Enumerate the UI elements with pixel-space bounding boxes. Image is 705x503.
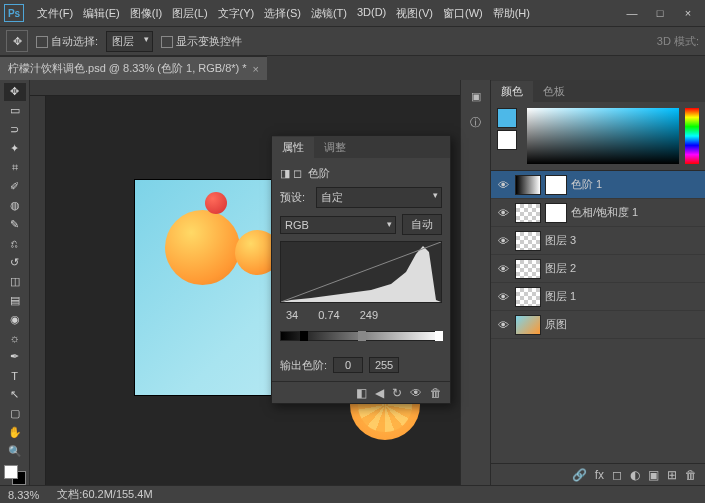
zoom-readout[interactable]: 8.33% bbox=[8, 489, 39, 501]
output-low-input[interactable] bbox=[333, 357, 363, 373]
new-layer-icon[interactable]: ⊞ bbox=[667, 468, 677, 482]
layer-row[interactable]: 👁图层 1 bbox=[491, 283, 705, 311]
layer-thumbnail[interactable] bbox=[515, 287, 541, 307]
brush-tool[interactable]: ✎ bbox=[4, 215, 26, 233]
menu-帮助(H)[interactable]: 帮助(H) bbox=[488, 2, 535, 25]
tab-color[interactable]: 颜色 bbox=[491, 81, 533, 102]
hand-tool[interactable]: ✋ bbox=[4, 424, 26, 442]
type-tool[interactable]: T bbox=[4, 367, 26, 385]
zoom-tool[interactable]: 🔍 bbox=[4, 443, 26, 461]
layer-row[interactable]: 👁色阶 1 bbox=[491, 171, 705, 199]
move-tool[interactable]: ✥ bbox=[4, 83, 26, 101]
tab-properties[interactable]: 属性 bbox=[272, 137, 314, 158]
layer-visibility-icon[interactable]: 👁 bbox=[495, 263, 511, 275]
layer-thumbnail[interactable] bbox=[515, 175, 541, 195]
layer-mask-thumbnail[interactable] bbox=[545, 203, 567, 223]
output-high-input[interactable] bbox=[369, 357, 399, 373]
layer-row[interactable]: 👁图层 2 bbox=[491, 255, 705, 283]
maximize-button[interactable]: □ bbox=[647, 3, 673, 23]
delete-adjustment-icon[interactable]: 🗑 bbox=[430, 386, 442, 400]
menu-文字(Y)[interactable]: 文字(Y) bbox=[213, 2, 260, 25]
hue-slider[interactable] bbox=[685, 108, 699, 164]
layer-visibility-icon[interactable]: 👁 bbox=[495, 291, 511, 303]
marquee-tool[interactable]: ▭ bbox=[4, 102, 26, 120]
auto-select-target-dropdown[interactable]: 图层 bbox=[106, 31, 153, 52]
tab-swatches[interactable]: 色板 bbox=[533, 81, 575, 102]
history-panel-icon[interactable]: ▣ bbox=[466, 86, 486, 106]
auto-button[interactable]: 自动 bbox=[402, 214, 442, 235]
lasso-tool[interactable]: ⊃ bbox=[4, 121, 26, 139]
shape-tool[interactable]: ▢ bbox=[4, 405, 26, 423]
layer-row[interactable]: 👁原图 bbox=[491, 311, 705, 339]
blur-tool[interactable]: ◉ bbox=[4, 310, 26, 328]
layer-thumbnail[interactable] bbox=[515, 231, 541, 251]
document-tab[interactable]: 柠檬汁饮料调色.psd @ 8.33% (色阶 1, RGB/8*) * × bbox=[0, 56, 267, 80]
menu-编辑(E)[interactable]: 编辑(E) bbox=[78, 2, 125, 25]
dodge-tool[interactable]: ☼ bbox=[4, 329, 26, 347]
histogram[interactable] bbox=[280, 241, 442, 303]
clip-to-layer-icon[interactable]: ◧ bbox=[356, 386, 367, 400]
color-field[interactable] bbox=[527, 108, 679, 164]
auto-select-option[interactable]: 自动选择: bbox=[36, 34, 98, 49]
channel-dropdown[interactable]: RGB bbox=[280, 216, 396, 234]
move-tool-preset-icon[interactable]: ✥ bbox=[6, 30, 28, 52]
menu-滤镜(T)[interactable]: 滤镜(T) bbox=[306, 2, 352, 25]
tab-adjustments[interactable]: 调整 bbox=[314, 137, 356, 158]
layer-name-label[interactable]: 原图 bbox=[545, 317, 701, 332]
info-panel-icon[interactable]: ⓘ bbox=[466, 112, 486, 132]
layer-name-label[interactable]: 图层 2 bbox=[545, 261, 701, 276]
show-transform-controls-option[interactable]: 显示变换控件 bbox=[161, 34, 242, 49]
menu-图层(L)[interactable]: 图层(L) bbox=[167, 2, 212, 25]
layer-name-label[interactable]: 图层 3 bbox=[545, 233, 701, 248]
crop-tool[interactable]: ⌗ bbox=[4, 159, 26, 177]
menu-选择(S)[interactable]: 选择(S) bbox=[259, 2, 306, 25]
eyedrop-tool[interactable]: ✐ bbox=[4, 178, 26, 196]
link-layers-icon[interactable]: 🔗 bbox=[572, 468, 587, 482]
add-mask-icon[interactable]: ◻ bbox=[612, 468, 622, 482]
shadow-slider-thumb[interactable] bbox=[300, 331, 308, 341]
layer-visibility-icon[interactable]: 👁 bbox=[495, 207, 511, 219]
layer-name-label[interactable]: 色相/饱和度 1 bbox=[571, 205, 701, 220]
delete-layer-icon[interactable]: 🗑 bbox=[685, 468, 697, 482]
layer-fx-icon[interactable]: fx bbox=[595, 468, 604, 482]
new-adjustment-icon[interactable]: ◐ bbox=[630, 468, 640, 482]
gradient-tool[interactable]: ▤ bbox=[4, 291, 26, 309]
layer-name-label[interactable]: 图层 1 bbox=[545, 289, 701, 304]
reset-icon[interactable]: ↻ bbox=[392, 386, 402, 400]
pen-tool[interactable]: ✒ bbox=[4, 348, 26, 366]
new-group-icon[interactable]: ▣ bbox=[648, 468, 659, 482]
background-swatch[interactable] bbox=[497, 130, 517, 150]
toggle-visibility-icon[interactable]: 👁 bbox=[410, 386, 422, 400]
layer-thumbnail[interactable] bbox=[515, 203, 541, 223]
layer-thumbnail[interactable] bbox=[515, 315, 541, 335]
layer-thumbnail[interactable] bbox=[515, 259, 541, 279]
foreground-swatch[interactable] bbox=[497, 108, 517, 128]
menu-图像(I)[interactable]: 图像(I) bbox=[125, 2, 167, 25]
layer-name-label[interactable]: 色阶 1 bbox=[571, 177, 701, 192]
layer-mask-thumbnail[interactable] bbox=[545, 175, 567, 195]
layer-visibility-icon[interactable]: 👁 bbox=[495, 319, 511, 331]
layer-row[interactable]: 👁色相/饱和度 1 bbox=[491, 199, 705, 227]
heal-tool[interactable]: ◍ bbox=[4, 197, 26, 215]
stamp-tool[interactable]: ⎌ bbox=[4, 234, 26, 252]
menu-文件(F)[interactable]: 文件(F) bbox=[32, 2, 78, 25]
menu-窗口(W)[interactable]: 窗口(W) bbox=[438, 2, 488, 25]
layer-visibility-icon[interactable]: 👁 bbox=[495, 235, 511, 247]
eraser-tool[interactable]: ◫ bbox=[4, 272, 26, 290]
close-button[interactable]: × bbox=[675, 3, 701, 23]
wand-tool[interactable]: ✦ bbox=[4, 140, 26, 158]
history-tool[interactable]: ↺ bbox=[4, 253, 26, 271]
menu-3D(D)[interactable]: 3D(D) bbox=[352, 2, 391, 25]
midtone-slider-thumb[interactable] bbox=[358, 331, 366, 341]
highlight-slider-thumb[interactable] bbox=[435, 331, 443, 341]
layer-visibility-icon[interactable]: 👁 bbox=[495, 179, 511, 191]
minimize-button[interactable]: — bbox=[619, 3, 645, 23]
document-tab-close-icon[interactable]: × bbox=[253, 63, 259, 75]
menu-视图(V)[interactable]: 视图(V) bbox=[391, 2, 438, 25]
preset-dropdown[interactable]: 自定 bbox=[316, 187, 442, 208]
path-tool[interactable]: ↖ bbox=[4, 386, 26, 404]
view-previous-icon[interactable]: ◀ bbox=[375, 386, 384, 400]
layer-row[interactable]: 👁图层 3 bbox=[491, 227, 705, 255]
doc-size-readout[interactable]: 文档:60.2M/155.4M bbox=[57, 487, 152, 502]
input-slider[interactable] bbox=[280, 331, 442, 341]
